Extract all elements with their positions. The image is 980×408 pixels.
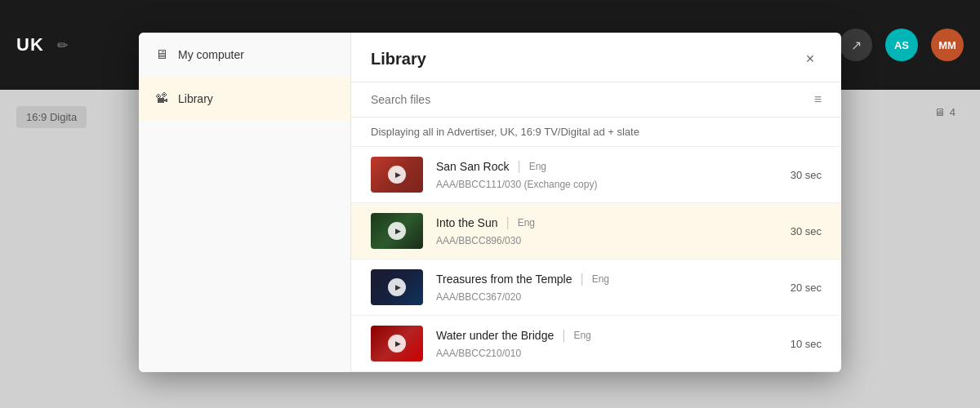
play-icon: ▶	[388, 335, 406, 353]
file-duration: 30 sec	[791, 225, 822, 237]
file-name-row: Treasures from the Temple | Eng	[436, 272, 777, 286]
play-icon: ▶	[388, 278, 406, 296]
sidebar-item-library[interactable]: 📽 Library	[139, 77, 350, 121]
modal-sidebar: 🖥 My computer 📽 Library	[139, 33, 351, 372]
library-icon: 📽	[155, 91, 168, 106]
lang-separator: |	[581, 272, 584, 286]
file-code: AAA/BBCC896/030	[436, 235, 521, 246]
file-code: AAA/BBCC111/030 (Exchange copy)	[436, 179, 597, 190]
file-item-san-san-rock[interactable]: ▶ San San Rock | Eng AAA/BBCC111/030 (Ex…	[351, 147, 841, 203]
sidebar-item-my-computer[interactable]: 🖥 My computer	[139, 33, 350, 77]
display-info: Displaying all in Advertiser, UK, 16:9 T…	[351, 118, 841, 147]
file-thumbnail: ▶	[371, 213, 423, 249]
file-code: AAA/BBCC210/010	[436, 348, 521, 359]
modal-header: Library ×	[351, 33, 841, 82]
play-icon: ▶	[388, 222, 406, 240]
search-bar: ≡	[351, 82, 841, 118]
sidebar-label-my-computer: My computer	[178, 48, 244, 61]
file-lang: Eng	[529, 161, 546, 172]
search-input[interactable]	[371, 93, 806, 106]
file-info: San San Rock | Eng AAA/BBCC111/030 (Exch…	[436, 159, 777, 191]
monitor-icon: 🖥	[155, 47, 168, 62]
lang-separator: |	[518, 159, 521, 174]
file-code: AAA/BBCC367/020	[436, 291, 521, 303]
lang-separator: |	[562, 328, 565, 343]
modal-title: Library	[371, 50, 426, 69]
file-name: Water under the Bridge	[436, 329, 554, 342]
file-info: Treasures from the Temple | Eng AAA/BBCC…	[436, 272, 777, 304]
modal-main: Library × ≡ Displaying all in Advertiser…	[351, 33, 841, 372]
file-thumbnail: ▶	[371, 157, 423, 193]
file-duration: 20 sec	[791, 282, 822, 294]
file-duration: 10 sec	[791, 338, 822, 350]
filter-icon[interactable]: ≡	[814, 92, 822, 107]
file-item-water-under-the-bridge[interactable]: ▶ Water under the Bridge | Eng AAA/BBCC2…	[351, 316, 841, 372]
file-info: Into the Sun | Eng AAA/BBCC896/030	[436, 215, 777, 247]
file-item-into-the-sun[interactable]: ▶ Into the Sun | Eng AAA/BBCC896/030 30 …	[351, 203, 841, 259]
close-button[interactable]: ×	[799, 47, 822, 70]
play-icon: ▶	[388, 166, 406, 184]
file-duration: 30 sec	[791, 169, 822, 181]
modal: 🖥 My computer 📽 Library Library × ≡	[139, 33, 841, 372]
modal-overlay: 🖥 My computer 📽 Library Library × ≡	[0, 0, 980, 408]
file-name: San San Rock	[436, 160, 510, 173]
file-name: Treasures from the Temple	[436, 273, 572, 286]
file-thumbnail: ▶	[371, 269, 423, 305]
file-lang: Eng	[518, 217, 535, 228]
file-lang: Eng	[592, 273, 609, 285]
sidebar-label-library: Library	[178, 92, 213, 105]
file-thumbnail: ▶	[371, 326, 423, 361]
file-name-row: San San Rock | Eng	[436, 159, 777, 174]
file-list: ▶ San San Rock | Eng AAA/BBCC111/030 (Ex…	[351, 147, 841, 372]
close-icon: ×	[806, 51, 815, 68]
file-name: Into the Sun	[436, 216, 498, 229]
file-item-treasures-from-the-temple[interactable]: ▶ Treasures from the Temple | Eng AAA/BB…	[351, 259, 841, 316]
lang-separator: |	[506, 215, 510, 230]
file-info: Water under the Bridge | Eng AAA/BBCC210…	[436, 328, 777, 360]
file-lang: Eng	[573, 330, 590, 341]
file-name-row: Water under the Bridge | Eng	[436, 328, 777, 343]
file-name-row: Into the Sun | Eng	[436, 215, 777, 230]
